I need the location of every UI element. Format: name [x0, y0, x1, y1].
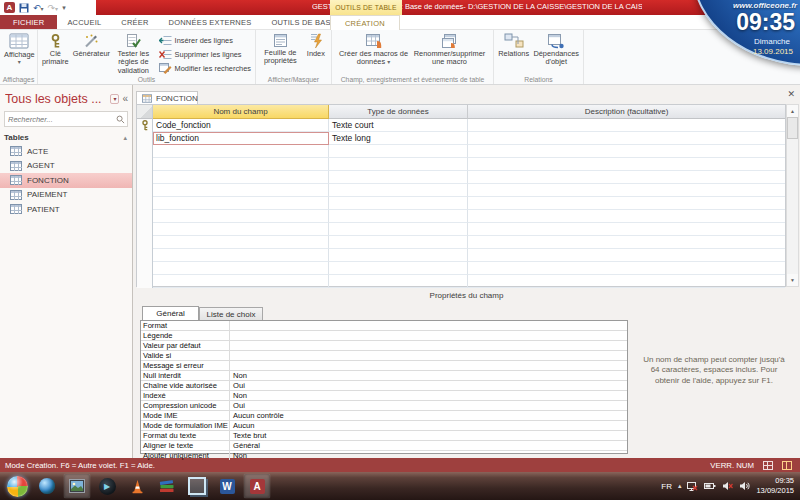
volume-icon[interactable] [739, 481, 750, 491]
property-value[interactable] [230, 321, 627, 330]
taskbar-item-dictionary[interactable] [154, 474, 180, 498]
builder-button[interactable]: Générateur [71, 32, 112, 59]
indexes-button[interactable]: Index [303, 32, 329, 59]
object-dependencies-button[interactable]: Dépendances d'objet [531, 32, 581, 68]
start-button[interactable] [4, 474, 30, 498]
audio-muted-icon[interactable] [722, 481, 733, 491]
scrollbar-thumb[interactable] [787, 117, 798, 139]
property-value[interactable]: Non [230, 451, 627, 460]
design-view-status-icon[interactable] [782, 461, 792, 470]
row-selector[interactable] [137, 119, 153, 132]
tab-liste-de-choix[interactable]: Liste de choix [199, 307, 263, 320]
property-value[interactable] [230, 341, 627, 350]
property-value[interactable]: Non [230, 371, 627, 380]
grid-empty-row[interactable] [137, 197, 785, 210]
close-document-icon[interactable]: ✕ [787, 90, 795, 99]
nav-group-tables[interactable]: Tables ▴ [0, 130, 132, 144]
taskbar-item-image-viewer[interactable] [64, 474, 90, 498]
grid-empty-row[interactable] [137, 158, 785, 171]
search-icon[interactable] [116, 115, 127, 124]
customize-qat-icon[interactable]: ▾ [62, 3, 66, 13]
property-value[interactable]: Non [230, 391, 627, 400]
tab-fichier[interactable]: FICHIER [0, 15, 57, 29]
grid-empty-row[interactable] [137, 223, 785, 236]
property-value[interactable]: Oui [230, 381, 627, 390]
redo-icon[interactable]: ↷▾ [48, 3, 59, 13]
network-error-icon[interactable] [687, 481, 698, 492]
property-value[interactable]: Général [230, 441, 627, 450]
battery-icon[interactable] [704, 482, 716, 490]
taskbar-clock[interactable]: 09:35 13/09/2015 [756, 476, 797, 496]
field-name-cell-current[interactable]: lib_fonction [153, 132, 329, 145]
property-value[interactable]: Texte brut [230, 431, 627, 440]
taskbar-item-media-player[interactable]: ▶ [94, 474, 120, 498]
taskbar-date: 13/09/2015 [756, 486, 794, 496]
taskbar-item-vlc[interactable] [124, 474, 150, 498]
insert-rows-button[interactable]: Insérer des lignes [159, 35, 251, 46]
view-button[interactable]: Affichage ▾ [2, 32, 37, 65]
test-validation-rules-button[interactable]: Tester les règles de validation [112, 32, 155, 76]
column-header-description[interactable]: Description (facultative) [468, 105, 785, 119]
scroll-up-icon[interactable]: ▲ [787, 105, 798, 117]
vertical-scrollbar[interactable]: ▲ ▼ [786, 104, 799, 287]
tab-creation[interactable]: CRÉATION [330, 15, 400, 30]
rename-delete-macro-button[interactable]: Renommer/supprimer une macro [411, 32, 489, 68]
collapse-group-icon[interactable]: ▴ [123, 134, 127, 142]
tab-accueil[interactable]: ACCUEIL [57, 15, 111, 29]
property-value[interactable] [230, 351, 627, 360]
relationships-button[interactable]: Relations [496, 32, 531, 59]
access-app-icon[interactable]: A [4, 2, 15, 13]
nav-item-patient[interactable]: PATIENT [0, 202, 132, 217]
grid-empty-row[interactable] [137, 145, 785, 158]
nav-item-paiement[interactable]: PAIEMENT [0, 188, 132, 203]
data-type-cell[interactable]: Texte long [329, 132, 468, 145]
property-sheet-button[interactable]: Feuille de propriétés [258, 32, 303, 67]
nav-item-acte[interactable]: ACTE [0, 144, 132, 159]
taskbar-item-3d-app[interactable] [184, 474, 210, 498]
property-value[interactable]: Aucun contrôle [230, 411, 627, 420]
shutter-bar-close-icon[interactable]: « [122, 94, 128, 104]
grid-empty-row[interactable] [137, 236, 785, 249]
tab-creer[interactable]: CRÉER [111, 15, 158, 29]
nav-item-fonction[interactable]: FONCTION [0, 173, 132, 188]
property-value[interactable] [230, 331, 627, 340]
description-cell[interactable] [468, 132, 785, 145]
create-data-macros-button[interactable]: Créer des macros de données ▾ [337, 32, 411, 68]
undo-icon[interactable]: ↶▾ [33, 3, 44, 13]
property-value[interactable]: Aucun [230, 421, 627, 430]
property-value[interactable] [230, 361, 627, 370]
save-icon[interactable] [19, 3, 29, 13]
field-name-cell[interactable]: Code_fonction [153, 119, 329, 132]
grid-empty-row[interactable] [137, 210, 785, 223]
primary-key-button[interactable]: Clé primaire [40, 32, 71, 68]
column-header-data-type[interactable]: Type de données [329, 105, 468, 119]
scroll-down-icon[interactable]: ▼ [787, 274, 798, 286]
modify-lookups-button[interactable]: Modifier les recherches [159, 63, 251, 74]
property-value[interactable]: Oui [230, 401, 627, 410]
description-cell[interactable] [468, 119, 785, 132]
column-header-field-name[interactable]: Nom du champ [153, 105, 329, 119]
show-hidden-icons[interactable]: ▴ [678, 482, 682, 490]
datasheet-view-status-icon[interactable] [763, 461, 773, 470]
grid-empty-row[interactable] [137, 184, 785, 197]
data-type-cell[interactable]: Texte court [329, 119, 468, 132]
taskbar-item-globe[interactable] [34, 474, 60, 498]
grid-empty-row[interactable] [137, 275, 785, 288]
grid-empty-row[interactable] [137, 249, 785, 262]
row-selector[interactable] [137, 132, 153, 145]
tab-donnees-externes[interactable]: DONNÉES EXTERNES [159, 15, 262, 29]
delete-rows-button[interactable]: Supprimer les lignes [159, 49, 251, 60]
nav-menu-icon[interactable]: ▾ [110, 94, 119, 104]
tab-general[interactable]: Général [142, 306, 199, 320]
grid-empty-row[interactable] [137, 171, 785, 184]
taskbar-item-word[interactable]: W [214, 474, 240, 498]
grid-empty-row[interactable] [137, 262, 785, 275]
taskbar-item-access[interactable]: A [244, 474, 270, 498]
select-all-corner[interactable] [137, 105, 153, 119]
indexes-label: Index [307, 50, 325, 58]
search-input[interactable] [5, 115, 116, 124]
document-tab-fonction[interactable]: FONCTION [136, 91, 198, 104]
nav-pane-header[interactable]: Tous les objets ... ▾ « [0, 85, 132, 110]
nav-item-agent[interactable]: AGENT [0, 159, 132, 174]
language-indicator[interactable]: FR [661, 482, 672, 491]
